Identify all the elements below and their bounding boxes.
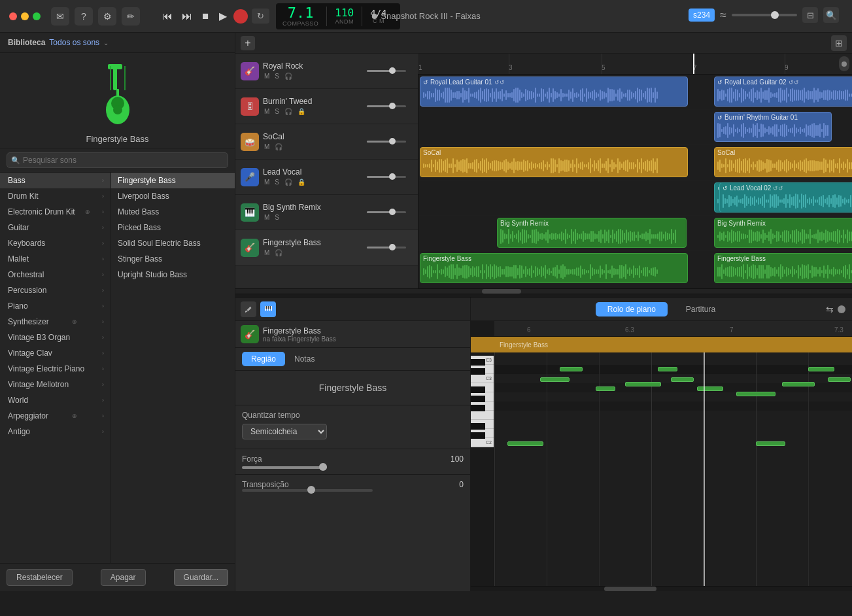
preset-solid-soul[interactable]: Solid Soul Electric Bass	[111, 235, 235, 251]
add-track-button[interactable]: +	[241, 36, 255, 50]
compare-btn[interactable]: ⊟	[802, 7, 818, 23]
midi-note-5[interactable]	[697, 386, 723, 391]
search-input[interactable]	[7, 152, 228, 168]
midi-note-2[interactable]	[596, 386, 615, 391]
close-button[interactable]	[9, 12, 17, 20]
smarttempo-badge[interactable]: s234	[689, 9, 715, 22]
midi-note-7[interactable]	[782, 382, 815, 386]
track-row-socal[interactable]: 🥁 SoCal M 🎧	[235, 124, 418, 160]
midi-note-high-1[interactable]	[560, 367, 583, 371]
volume-knob[interactable]	[389, 244, 396, 250]
sidebar-item-guitar[interactable]: Guitar ›	[0, 220, 111, 235]
piano-key-db2[interactable]	[471, 432, 485, 439]
smart-controls-btn[interactable]: ✉	[51, 7, 69, 26]
sidebar-item-elec-drum[interactable]: Electronic Drum Kit ⊕ ›	[0, 204, 111, 220]
fast-forward-btn[interactable]: ⏭	[179, 8, 195, 25]
clip-royal-lead-01[interactable]: ↺ Royal Lead Guitar 01 ↺↺	[420, 77, 688, 107]
wave-btn[interactable]: ≈	[720, 9, 726, 22]
search-btn[interactable]: 🔍	[823, 7, 839, 23]
mute-btn-fingerstyle[interactable]: M	[263, 248, 271, 257]
solo-btn-lead-vocal[interactable]: S	[273, 178, 281, 186]
track-row-royal-rock[interactable]: 🎸 Royal Rock M S 🎧	[235, 54, 418, 89]
track-volume-socal[interactable]	[367, 141, 413, 143]
preset-picked[interactable]: Picked Bass	[111, 220, 235, 235]
piano-key-db3[interactable]	[471, 368, 485, 375]
roll-grid[interactable]	[494, 352, 852, 586]
volume-knob[interactable]	[389, 209, 396, 215]
lock-btn-lead-vocal[interactable]: 🔒	[296, 178, 307, 186]
skip-back-btn[interactable]: ⏹	[199, 9, 213, 24]
sidebar-item-orchestral[interactable]: Orchestral ›	[0, 267, 111, 282]
mute-btn-lead-vocal[interactable]: M	[263, 178, 271, 186]
mute-btn-burnin-tweed[interactable]: M	[263, 107, 271, 116]
track-view-btn[interactable]: ⊞	[831, 35, 847, 51]
display-settings-btn[interactable]: ⚙	[98, 7, 116, 26]
headphone-btn-fingerstyle[interactable]: 🎧	[273, 248, 284, 257]
piano-key-bb2[interactable]	[471, 386, 485, 393]
volume-knob[interactable]	[389, 138, 396, 145]
sidebar-item-bass[interactable]: Bass ›	[0, 173, 111, 188]
volume-knob[interactable]	[389, 103, 396, 109]
track-volume-lead-vocal[interactable]	[367, 176, 413, 178]
midi-note-6[interactable]	[736, 392, 775, 396]
master-volume[interactable]	[732, 14, 797, 16]
lock-btn-burnin-tweed[interactable]: 🔒	[296, 107, 307, 116]
roll-clip-bar[interactable]: Fingerstyle Bass	[494, 337, 852, 352]
ruler-scrollbar[interactable]	[839, 56, 849, 71]
clip-big-synth-2[interactable]: Big Synth Remix	[714, 218, 852, 248]
editor-piano-btn[interactable]	[260, 301, 276, 317]
track-volume-burnin-tweed[interactable]	[367, 105, 413, 107]
headphone-btn-socal[interactable]: 🎧	[273, 143, 284, 151]
mute-btn-big-synth[interactable]: M	[263, 213, 271, 222]
volume-knob[interactable]	[389, 67, 396, 74]
tracks-scrollbar[interactable]	[235, 288, 852, 294]
preset-fingerstyle[interactable]: Fingerstyle Bass	[111, 173, 235, 188]
roll-tab-score[interactable]: Partitura	[674, 302, 727, 317]
sidebar-item-mallet[interactable]: Mallet ›	[0, 251, 111, 267]
sidebar-item-synthesizer[interactable]: Synthesizer ⊕ ›	[0, 314, 111, 330]
piano-key-eb3[interactable]	[471, 359, 485, 366]
window-controls[interactable]	[9, 12, 41, 20]
piano-key-c3[interactable]: C3	[471, 374, 494, 383]
piano-key-gb2[interactable]	[471, 405, 485, 411]
quantize-select[interactable]: Semicolcheia	[242, 424, 327, 439]
roll-scrollbar[interactable]	[471, 586, 852, 591]
preset-muted[interactable]: Muted Bass	[111, 204, 235, 220]
sidebar-item-percussion[interactable]: Percussion ›	[0, 282, 111, 298]
sidebar-item-vintage-ep[interactable]: Vintage Electric Piano ›	[0, 361, 111, 377]
cycle-btn[interactable]: ↻	[252, 9, 269, 24]
preset-stinger[interactable]: Stinger Bass	[111, 251, 235, 267]
clip-socal-2[interactable]: SoCal	[714, 147, 852, 177]
reset-button[interactable]: Restabelecer	[7, 569, 73, 586]
sidebar-item-piano[interactable]: Piano ›	[0, 298, 111, 314]
clip-royal-lead-02[interactable]: ↺ Royal Lead Guitar 02 ↺↺	[714, 77, 852, 107]
play-btn[interactable]: ▶	[216, 7, 230, 25]
track-row-burnin-tweed[interactable]: 🎛 Burnin' Tweed M S 🎧 🔒	[235, 89, 418, 124]
headphone-btn-burnin-tweed[interactable]: 🎧	[283, 107, 294, 116]
force-slider[interactable]	[242, 466, 327, 469]
library-filter[interactable]: Todos os sons	[49, 38, 99, 47]
solo-btn-big-synth[interactable]: S	[273, 213, 281, 222]
minimize-button[interactable]	[21, 12, 29, 20]
clip-burnin-rhythm-01[interactable]: ↺ Burnin' Rhythm Guitar 01	[714, 112, 832, 142]
solo-btn-royal-rock[interactable]: S	[273, 72, 281, 80]
clip-fingerstyle-1[interactable]: Fingerstyle Bass	[420, 253, 688, 283]
clip-fingerstyle-2[interactable]: Fingerstyle Bass	[714, 253, 852, 283]
preset-upright[interactable]: Upright Studio Bass	[111, 267, 235, 282]
midi-note-4[interactable]	[671, 377, 694, 382]
fullscreen-button[interactable]	[33, 12, 41, 20]
headphone-btn-royal-rock[interactable]: 🎧	[283, 72, 294, 80]
track-volume-fingerstyle[interactable]	[367, 247, 413, 248]
piano-key-eb2[interactable]	[471, 423, 485, 430]
midi-note-high-3[interactable]	[808, 367, 834, 371]
midi-note-c2-1[interactable]	[507, 441, 543, 446]
midi-note-8[interactable]	[828, 377, 851, 382]
track-row-fingerstyle[interactable]: 🎸 Fingerstyle Bass M 🎧	[235, 230, 418, 265]
mute-btn-royal-rock[interactable]: M	[263, 72, 271, 80]
tab-notes[interactable]: Notas	[285, 352, 324, 366]
track-row-lead-vocal[interactable]: 🎤 Lead Vocal M S 🎧 🔒	[235, 160, 418, 195]
volume-knob[interactable]	[389, 173, 396, 180]
midi-note-high-2[interactable]	[658, 367, 677, 371]
scrollbar-thumb[interactable]	[482, 289, 521, 294]
sidebar-item-keyboards[interactable]: Keyboards ›	[0, 235, 111, 251]
